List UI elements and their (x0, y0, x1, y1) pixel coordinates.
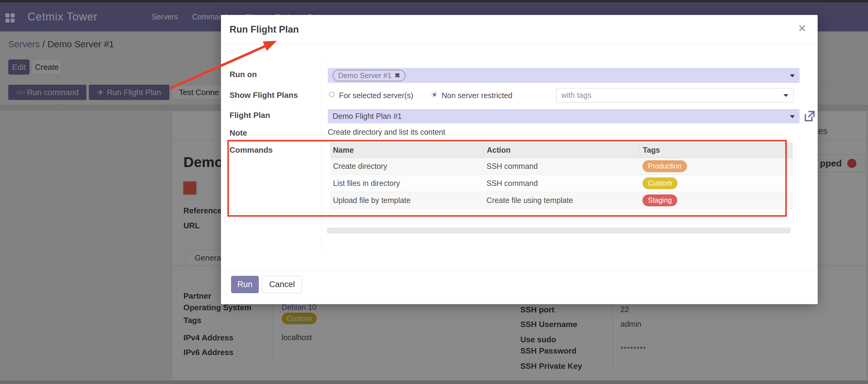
brand-logo[interactable]: Cetmix Tower (28, 10, 97, 23)
close-icon[interactable]: ✕ (798, 22, 807, 34)
flight-plan-select[interactable]: Demo Flight Plan #1 (328, 109, 800, 124)
with-tags-select[interactable]: with tags (556, 88, 794, 102)
run-on-server-tag: Demo Server #1 ✖ (333, 70, 406, 81)
modal-title: Run Flight Plan (229, 24, 299, 35)
run-button[interactable]: Run (231, 276, 259, 293)
run-on-select[interactable]: Demo Server #1 ✖ (328, 68, 800, 83)
with-tags-placeholder: with tags (561, 91, 591, 100)
external-link-icon[interactable] (803, 110, 815, 122)
dropdown-caret-icon (790, 115, 795, 118)
window-top-strip (0, 0, 868, 2)
run-on-tag-label: Demo Server #1 (338, 71, 392, 80)
flight-plan-value: Demo Flight Plan #1 (333, 112, 402, 121)
note-value: Create directory and list its content (328, 128, 445, 137)
flight-plan-label: Flight Plan (229, 111, 270, 120)
tag-remove-icon[interactable]: ✖ (395, 72, 400, 79)
apps-grid-icon[interactable] (5, 13, 14, 23)
radio-for-selected-servers[interactable] (329, 92, 335, 97)
dropdown-caret-icon (790, 74, 795, 77)
radio-non-server-restricted[interactable] (432, 92, 437, 97)
show-flight-plans-label: Show Flight Plans (229, 91, 298, 100)
cancel-button[interactable]: Cancel (262, 276, 302, 293)
radio-non-server-restricted-label[interactable]: Non server restricted (442, 91, 513, 100)
modal-header-divider (221, 44, 818, 44)
radio-for-selected-servers-label[interactable]: For selected server(s) (339, 91, 413, 100)
menu-item-servers[interactable]: Servers (152, 12, 178, 21)
note-label: Note (229, 128, 247, 138)
screen: Cetmix Tower Servers Commands Files Tool… (0, 0, 868, 384)
annotation-rectangle (227, 140, 787, 217)
dropdown-caret-icon (783, 94, 788, 97)
modal-footer-divider (221, 271, 818, 271)
horizontal-scrollbar[interactable] (327, 228, 790, 234)
run-on-label: Run on (229, 70, 257, 79)
